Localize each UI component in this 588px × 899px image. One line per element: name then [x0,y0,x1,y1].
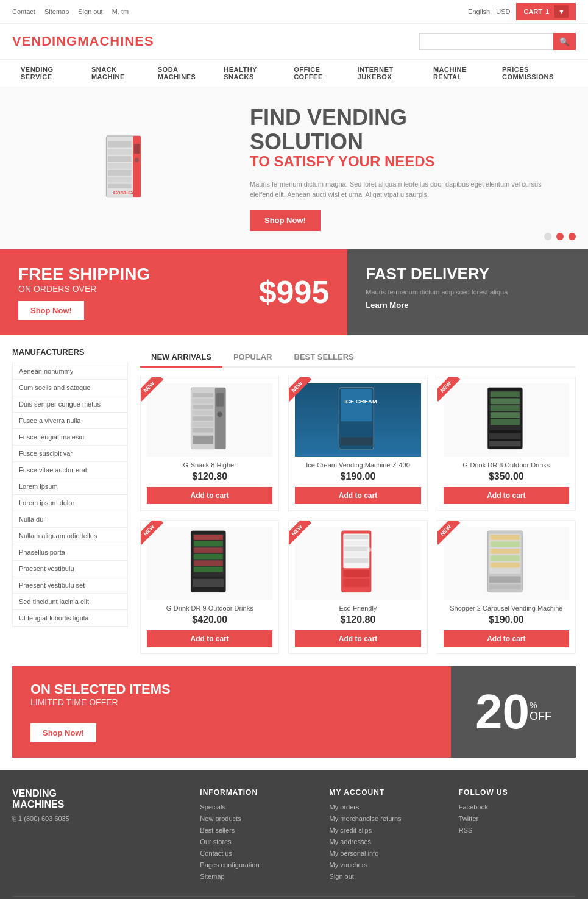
footer-personal-info-link[interactable]: My personal info [330,850,379,857]
manufacturer-item[interactable]: Praesent vestibulu [13,561,127,577]
svg-rect-3 [108,149,132,155]
svg-rect-35 [491,413,520,419]
manufacturer-item[interactable]: Fusce feugiat malesiu [13,429,127,446]
footer-our-stores-link[interactable]: Our stores [200,838,231,845]
hero-shop-now-button[interactable]: Shop Now! [250,210,321,231]
svg-rect-55 [344,570,370,577]
manufacturers-list: Aenean nonummy Cum sociis and satoque Du… [12,363,128,627]
add-to-cart-button-4[interactable]: Add to cart [147,630,272,647]
manufacturer-item[interactable]: Aenean nonummy [13,363,127,380]
product-vending-machine-1 [188,385,231,455]
manufacturers-title: MANUFACTURERS [12,347,128,357]
manufacturer-item[interactable]: Nulla dui [13,511,127,528]
hero-dot-2[interactable] [556,233,564,240]
footer-sitemap-link[interactable]: Sitemap [200,873,224,880]
nav-soda-machines[interactable]: SODA MACHINES [149,60,216,87]
footer-pages-config-link[interactable]: Pages configuration [200,861,259,869]
manufacturer-item[interactable]: Ut feugiat lobortis ligula [13,610,127,627]
product-card-4: NEW G-Drink DR 9 Outdoor D [140,520,279,654]
nav-office-coffee[interactable]: OFFICE COFFEE [285,60,349,87]
manufacturer-item[interactable]: Duis semper congue metus [13,396,127,413]
cart-count: 1 [545,8,549,15]
nav-machine-rental[interactable]: MACHINE RENTAL [425,60,494,87]
cart-button[interactable]: CART 1 ▼ [516,3,576,20]
svg-rect-34 [491,405,520,411]
footer-rss-link[interactable]: RSS [459,826,473,834]
svg-rect-64 [491,563,520,568]
footer-brand-name: VENDINGMACHINES [12,788,188,810]
manufacturer-item[interactable]: Nullam aliquam odio tellus [13,528,127,544]
svg-rect-53 [345,552,369,557]
footer-facebook-link[interactable]: Facebook [459,803,488,811]
learn-more-link[interactable]: Learn More [366,300,408,310]
footer-credit-slips-link[interactable]: My credit slips [330,826,372,834]
fast-delivery-title: FAST DELIVERY [366,265,570,283]
svg-rect-65 [489,577,521,583]
add-to-cart-button-1[interactable]: Add to cart [147,487,272,504]
svg-rect-14 [193,393,213,397]
search-button[interactable]: 🔍 [553,33,576,50]
tab-popular[interactable]: POPULAR [222,347,283,368]
footer-my-orders-link[interactable]: My orders [330,803,360,811]
promo2-shop-now-button[interactable]: Shop Now! [30,723,96,742]
footer-bottom: © 2014 ECOMMERCE SOFTWARE BY PRESTASHOP™ [12,896,576,899]
product-name-4: G-Drink DR 9 Outdoor Drinks [147,605,272,612]
add-to-cart-button-3[interactable]: Add to cart [444,487,569,504]
nav-vending-service[interactable]: VENDING SERVICE [12,60,83,87]
svg-rect-21 [216,393,224,407]
add-to-cart-button-2[interactable]: Add to cart [295,487,420,504]
sitemap-link[interactable]: Sitemap [44,8,69,15]
svg-rect-32 [491,391,520,397]
nav-prices-commissions[interactable]: PRICES COMMISSIONS [494,60,576,87]
footer-phone: ⎗ 1 (800) 603 6035 [12,815,188,822]
product-vending-machine-4 [188,528,231,598]
manufacturer-item[interactable]: Fusce a viverra nulla [13,413,127,429]
svg-rect-43 [194,547,223,553]
hero-dot-1[interactable] [544,233,551,240]
footer-returns-link[interactable]: My merchandise returns [330,815,402,822]
signout-link[interactable]: Sign out [78,8,102,15]
footer-contact-us-link[interactable]: Contact us [200,850,232,857]
promo2-off: OFF [530,710,551,723]
manufacturer-item[interactable]: Fusce vitae auctor erat [13,462,127,478]
hero-vending-machine-image: Coca-Cola [104,133,146,203]
footer-addresses-link[interactable]: My addresses [330,838,371,845]
tab-best-sellers[interactable]: BEST SELLERS [283,347,365,368]
footer-twitter-link[interactable]: Twitter [459,815,478,822]
manufacturer-item[interactable]: Lorem ipsum dolor [13,495,127,511]
manufacturer-item[interactable]: Phasellus porta [13,544,127,561]
search-input[interactable] [419,33,553,50]
footer-best-sellers-link[interactable]: Best sellers [200,826,235,834]
new-badge-3: NEW [437,377,460,402]
hero-dot-3[interactable] [569,233,576,240]
add-to-cart-button-6[interactable]: Add to cart [444,630,569,647]
svg-rect-42 [194,541,223,547]
footer-new-products-link[interactable]: New products [200,815,241,822]
promo2-percent: 20 [475,688,530,736]
manufacturer-item[interactable]: Praesent vestibulu set [13,577,127,594]
misc-link[interactable]: M. tm [112,8,129,15]
nav-snack-machine[interactable]: SNACK MACHINE [83,60,149,87]
svg-rect-44 [194,554,223,560]
footer-sign-out-link[interactable]: Sign out [330,873,354,880]
footer-specials-link[interactable]: Specials [200,803,225,811]
nav-internet-jukebox[interactable]: INTERNET JUKEBOX [349,60,425,87]
top-bar: Contact Sitemap Sign out M. tm English U… [0,0,588,24]
nav-healthy-snacks[interactable]: HEALTHY SNACKS [215,60,285,87]
promo-price-value: $995 [259,274,330,310]
contact-link[interactable]: Contact [12,8,35,15]
manufacturer-item[interactable]: Cum sociis and satoque [13,380,127,396]
logo[interactable]: VENDINGMACHINES [12,34,154,49]
promo-shop-now-button[interactable]: Shop Now! [18,301,84,320]
add-to-cart-button-5[interactable]: Add to cart [295,630,420,647]
svg-point-57 [367,547,372,552]
manufacturer-item[interactable]: Fusce suscipit var [13,446,127,462]
footer-vouchers-link[interactable]: My vouchers [330,861,367,869]
tab-new-arrivals[interactable]: NEW ARRIVALS [140,347,222,368]
manufacturer-item[interactable]: Lorem ipsum [13,478,127,495]
footer-my-account: MY ACCOUNT My orders My merchandise retu… [330,788,447,884]
product-grid: NEW [140,377,576,654]
language-selector[interactable]: English [468,8,490,15]
currency-selector[interactable]: USD [496,8,510,15]
manufacturer-item[interactable]: Sed tincidunt lacinia elit [13,594,127,610]
